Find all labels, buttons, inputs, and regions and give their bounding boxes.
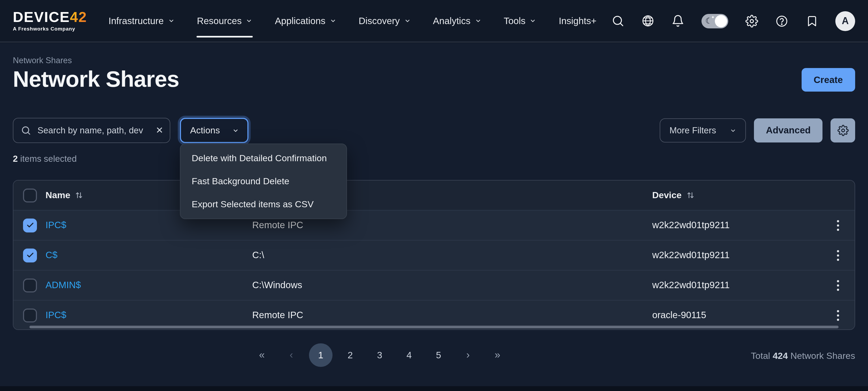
chevron-down-icon bbox=[246, 18, 252, 24]
chevron-down-icon bbox=[475, 18, 481, 24]
topbar-icon-group: ☾ ✦ A bbox=[612, 11, 855, 31]
column-label: Name bbox=[45, 190, 70, 201]
theme-toggle[interactable]: ☾ ✦ bbox=[702, 14, 728, 28]
row-menu-icon[interactable] bbox=[835, 278, 841, 293]
nav-label: Insights+ bbox=[559, 15, 596, 27]
chevron-down-icon bbox=[404, 18, 410, 24]
page-button-3[interactable]: 3 bbox=[368, 343, 392, 367]
help-icon[interactable] bbox=[775, 14, 788, 27]
share-name-link[interactable]: IPC$ bbox=[45, 309, 66, 320]
search-icon[interactable] bbox=[612, 14, 624, 27]
page-button-4[interactable]: 4 bbox=[397, 343, 421, 367]
row-checkbox[interactable] bbox=[23, 278, 37, 292]
breadcrumb[interactable]: Network Shares bbox=[13, 56, 72, 65]
page-title: Network Shares bbox=[13, 66, 179, 92]
notifications-bell-icon[interactable] bbox=[672, 14, 684, 27]
clear-search-icon[interactable]: ✕ bbox=[156, 126, 163, 135]
create-button[interactable]: Create bbox=[801, 68, 855, 92]
row-menu-icon[interactable] bbox=[835, 248, 841, 263]
horizontal-scrollbar[interactable] bbox=[29, 326, 839, 328]
advanced-button[interactable]: Advanced bbox=[754, 118, 823, 143]
main-nav: Infrastructure Resources Applications Di… bbox=[108, 15, 596, 27]
total-prefix: Total bbox=[751, 351, 770, 361]
more-filters-button[interactable]: More Filters bbox=[660, 118, 746, 143]
chevron-down-icon bbox=[530, 18, 536, 24]
share-name-link[interactable]: IPC$ bbox=[45, 220, 66, 230]
logo-accent-text: 42 bbox=[70, 9, 87, 25]
menu-item-fast-delete[interactable]: Fast Background Delete bbox=[181, 170, 346, 193]
last-page-button[interactable]: » bbox=[486, 343, 509, 367]
table-row[interactable]: ADMIN$ C:\Windows w2k22wd01tp9211 bbox=[13, 270, 855, 300]
nav-label: Infrastructure bbox=[108, 15, 163, 27]
sort-icon[interactable] bbox=[75, 191, 83, 199]
actions-menu: Delete with Detailed Confirmation Fast B… bbox=[180, 144, 347, 219]
chevron-down-icon bbox=[168, 18, 174, 24]
share-name-link[interactable]: C$ bbox=[45, 249, 58, 260]
page-button-5[interactable]: 5 bbox=[427, 343, 450, 367]
nav-item-analytics[interactable]: Analytics bbox=[433, 15, 481, 27]
row-menu-icon[interactable] bbox=[835, 308, 841, 323]
magnifier-icon bbox=[21, 125, 31, 136]
prev-page-button[interactable]: ‹ bbox=[280, 343, 303, 367]
table-row[interactable]: C$ C:\ w2k22wd01tp9211 bbox=[13, 240, 855, 270]
share-name-link[interactable]: ADMIN$ bbox=[45, 279, 81, 290]
selection-status: 2 items selected bbox=[13, 154, 77, 164]
column-label: Device bbox=[652, 190, 682, 201]
row-menu-icon[interactable] bbox=[835, 218, 841, 233]
share-path: Remote IPC bbox=[252, 220, 303, 230]
chevron-down-icon bbox=[730, 127, 737, 133]
nav-item-infrastructure[interactable]: Infrastructure bbox=[108, 15, 174, 27]
page-button-2[interactable]: 2 bbox=[338, 343, 362, 367]
pagination-controls: « ‹ 1 2 3 4 5 › » bbox=[250, 343, 509, 367]
total-suffix: Network Shares bbox=[790, 351, 855, 361]
logo-text: DEVICE bbox=[13, 9, 70, 25]
actions-label: Actions bbox=[190, 125, 220, 136]
nav-item-tools[interactable]: Tools bbox=[504, 15, 536, 27]
sort-icon[interactable] bbox=[686, 191, 694, 199]
column-header-device[interactable]: Device bbox=[652, 190, 829, 201]
nav-item-insights[interactable]: Insights+ bbox=[559, 15, 596, 27]
avatar-initial: A bbox=[842, 15, 849, 27]
selection-count: 2 bbox=[13, 154, 18, 163]
nav-item-discovery[interactable]: Discovery bbox=[359, 15, 410, 27]
more-filters-label: More Filters bbox=[670, 125, 716, 136]
top-navigation-bar: DEVICE42 A Freshworks Company Infrastruc… bbox=[0, 0, 868, 42]
globe-icon[interactable] bbox=[642, 14, 654, 27]
total-count-text: Total 424 Network Shares bbox=[751, 351, 855, 362]
chevron-down-icon bbox=[330, 18, 336, 24]
menu-item-delete-detailed[interactable]: Delete with Detailed Confirmation bbox=[181, 147, 346, 170]
sparkle-icon: ✦ bbox=[711, 15, 715, 20]
row-checkbox[interactable] bbox=[23, 308, 37, 322]
next-page-button[interactable]: › bbox=[456, 343, 480, 367]
page-button-1[interactable]: 1 bbox=[309, 343, 333, 367]
logo-tagline: A Freshworks Company bbox=[13, 27, 87, 32]
row-checkbox[interactable] bbox=[23, 248, 37, 262]
main-content: Network Shares Network Shares Create ✕ A… bbox=[0, 43, 868, 386]
share-device: oracle-90115 bbox=[652, 309, 706, 320]
select-all-checkbox[interactable] bbox=[23, 188, 37, 202]
chevron-down-icon bbox=[232, 127, 239, 133]
menu-item-export-csv[interactable]: Export Selected items as CSV bbox=[181, 193, 346, 216]
actions-dropdown-button[interactable]: Actions bbox=[180, 118, 248, 143]
nav-label: Resources bbox=[197, 15, 242, 27]
share-device: w2k22wd01tp9211 bbox=[652, 220, 730, 230]
network-shares-table: Name Device IPC$ Remote IPC w2k22wd01tp9… bbox=[13, 180, 855, 330]
nav-item-applications[interactable]: Applications bbox=[275, 15, 336, 27]
nav-label: Discovery bbox=[359, 15, 400, 27]
share-device: w2k22wd01tp9211 bbox=[652, 249, 730, 260]
row-checkbox[interactable] bbox=[23, 218, 37, 232]
search-box[interactable]: ✕ bbox=[13, 118, 170, 143]
device42-logo[interactable]: DEVICE42 A Freshworks Company bbox=[13, 10, 87, 32]
bookmark-icon[interactable] bbox=[805, 14, 818, 27]
settings-gear-icon[interactable] bbox=[745, 14, 758, 27]
table-settings-button[interactable] bbox=[831, 118, 855, 143]
total-count: 424 bbox=[773, 351, 788, 361]
nav-label: Analytics bbox=[433, 15, 470, 27]
toolbar: ✕ Actions More Filters Advanced bbox=[13, 118, 855, 143]
selection-text: items selected bbox=[20, 154, 77, 163]
search-input[interactable] bbox=[36, 125, 151, 136]
user-avatar[interactable]: A bbox=[835, 11, 855, 31]
table-row[interactable]: IPC$ Remote IPC w2k22wd01tp9211 bbox=[13, 210, 855, 240]
first-page-button[interactable]: « bbox=[250, 343, 274, 367]
nav-item-resources[interactable]: Resources bbox=[197, 15, 252, 27]
